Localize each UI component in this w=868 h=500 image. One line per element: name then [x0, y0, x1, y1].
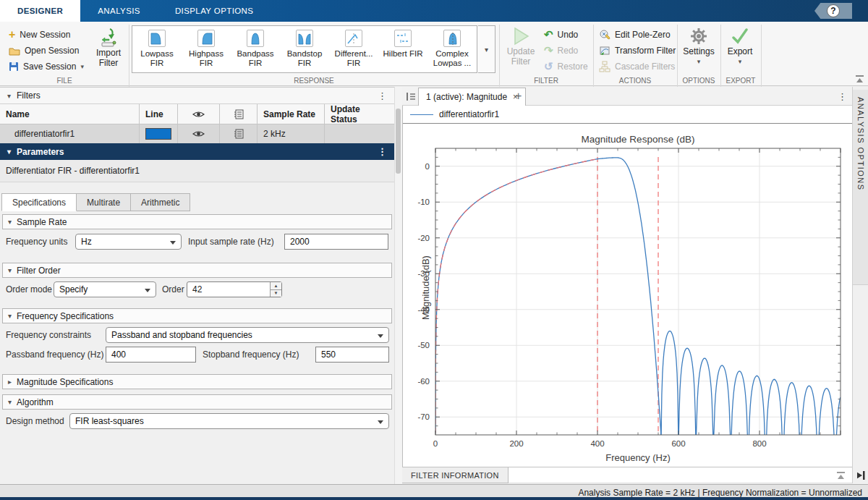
filter-row[interactable]: differentiatorfir1 2 kHz: [0, 124, 394, 144]
kebab-menu-icon[interactable]: ⋮: [378, 90, 387, 101]
left-panel-scrollbar-thumb[interactable]: [396, 109, 401, 174]
ribbon-collapse-icon[interactable]: [855, 75, 864, 84]
stepper-down-icon[interactable]: ▼: [271, 290, 281, 297]
tab-designer[interactable]: DESIGNER: [0, 0, 80, 22]
titlebar: DESIGNER ANALYSIS DISPLAY OPTIONS: [0, 0, 868, 22]
stopband-frequency-field[interactable]: 550: [315, 347, 389, 363]
differentiator-fir-button[interactable]: Different...FIR: [329, 26, 378, 72]
update-filter-button[interactable]: Update Filter: [502, 26, 540, 67]
svg-text:0: 0: [425, 162, 430, 171]
design-method-label: Design method: [6, 413, 64, 429]
gear-icon: [689, 26, 709, 46]
dock-left-icon[interactable]: [856, 470, 866, 480]
collapse-panel-icon[interactable]: [835, 470, 846, 480]
help-icon[interactable]: ?: [827, 4, 840, 17]
restore-icon: ↺: [544, 60, 553, 73]
plot-legend: differentiatorfir1: [403, 106, 852, 124]
floppy-icon: [9, 62, 19, 72]
new-session-button[interactable]: + New Session: [9, 27, 70, 42]
settings-button[interactable]: Settings ▾: [680, 26, 718, 67]
passband-frequency-field[interactable]: 400: [106, 347, 196, 363]
filters-table: Name Line Sample Rate Update Status diff…: [0, 104, 394, 144]
magnitude-plot-tab[interactable]: 1 (active): Magnitude ×: [418, 88, 526, 106]
collapse-triangle-icon[interactable]: ▾: [7, 92, 11, 100]
frequency-constraints-dropdown[interactable]: Passband and stopband frequencies: [106, 327, 389, 343]
filter-order-section-header[interactable]: ▾ Filter Order: [2, 263, 392, 278]
filters-panel-title: Filters: [17, 90, 41, 101]
cascade-filters-button[interactable]: Cascade Filters: [599, 59, 675, 74]
line-color-swatch[interactable]: [140, 124, 178, 143]
highpass-icon: [197, 30, 215, 47]
hilbert-icon: [394, 30, 412, 47]
filter-information-bar: FILTER INFORMATION: [402, 467, 852, 483]
import-filter-button[interactable]: Import Filter: [91, 27, 126, 68]
svg-text:-20: -20: [417, 234, 430, 242]
col-name: Name: [0, 104, 140, 124]
col-sample-rate: Sample Rate: [258, 104, 325, 124]
document-list-icon[interactable]: [406, 92, 416, 101]
undo-button[interactable]: ↶ Undo: [544, 27, 578, 42]
tab-display-options[interactable]: DISPLAY OPTIONS: [158, 0, 271, 22]
expand-triangle-icon: ▸: [8, 378, 12, 386]
hilbert-fir-button[interactable]: Hilbert FIR: [378, 26, 427, 72]
options-section-label: OPTIONS: [677, 77, 720, 85]
tab-multirate[interactable]: Multirate: [77, 193, 131, 211]
tab-analysis[interactable]: ANALYSIS: [80, 0, 158, 22]
filters-panel-header[interactable]: ▾ Filters ⋮: [0, 88, 394, 104]
left-panel: ▾ Filters ⋮ Name Line Sample Rate Update…: [0, 87, 394, 484]
filter-information-tab[interactable]: FILTER INFORMATION: [402, 467, 509, 483]
check-icon: [730, 26, 750, 46]
bandpass-icon: [247, 30, 264, 47]
folder-icon: [9, 46, 20, 56]
svg-text:800: 800: [752, 439, 766, 448]
magnitude-response-chart[interactable]: 02004006008000-10-20-30-40-50-60-70: [402, 124, 852, 467]
highpass-fir-button[interactable]: HighpassFIR: [182, 26, 231, 72]
bandpass-fir-button[interactable]: BandpassFIR: [231, 26, 280, 72]
redo-button[interactable]: ↷ Redo: [544, 43, 578, 58]
gallery-expand-button[interactable]: ▾: [478, 25, 495, 73]
transform-filter-button[interactable]: Transform Filter: [599, 43, 676, 58]
tab-specifications[interactable]: Specifications: [1, 193, 77, 211]
undo-icon: ↶: [544, 28, 553, 41]
order-stepper[interactable]: 42 ▲▼: [187, 281, 282, 297]
stepper-up-icon[interactable]: ▲: [271, 282, 281, 290]
bandstop-icon: [296, 30, 313, 47]
cascade-filters-icon: [599, 61, 610, 72]
bottom-edge: [0, 497, 868, 500]
open-session-button[interactable]: Open Session: [9, 43, 79, 58]
parameters-panel-header[interactable]: ▾ Parameters ⋮: [0, 143, 394, 160]
new-tab-button[interactable]: +: [515, 90, 522, 103]
design-method-dropdown[interactable]: FIR least-squares: [69, 413, 389, 429]
complex-lowpass-button[interactable]: ComplexLowpas ...: [427, 26, 477, 72]
bandstop-fir-button[interactable]: BandstopFIR: [280, 26, 329, 72]
ribbon: + New Session Open Session Save Session …: [0, 22, 868, 86]
parameters-tabs: Specifications Multirate Arithmetic: [1, 193, 190, 211]
row-annotation-icon[interactable]: [220, 124, 258, 143]
help-chip: ?: [814, 3, 852, 19]
plot-kebab-menu-icon[interactable]: ⋮: [838, 91, 847, 102]
tab-arithmetic[interactable]: Arithmetic: [131, 193, 190, 211]
chevron-down-icon[interactable]: ▾: [80, 63, 84, 70]
save-session-button[interactable]: Save Session ▾: [9, 59, 84, 74]
sample-rate-section-header[interactable]: ▾ Sample Rate: [2, 214, 392, 229]
lowpass-fir-button[interactable]: LowpassFIR: [132, 26, 182, 72]
frequency-specifications-section-header[interactable]: ▾ Frequency Specifications: [2, 308, 392, 323]
kebab-menu-icon[interactable]: ⋮: [378, 146, 387, 157]
order-mode-dropdown[interactable]: Specify: [54, 281, 156, 297]
restore-button[interactable]: ↺ Restore: [544, 59, 588, 74]
passband-frequency-label: Passband frequency (Hz): [6, 347, 103, 363]
response-gallery: LowpassFIR HighpassFIR BandpassFIR Bands…: [132, 25, 477, 73]
analysis-options-tab[interactable]: ANALYSIS OPTIONS: [853, 90, 868, 285]
input-sample-rate-field[interactable]: 2000: [284, 234, 388, 250]
frequency-units-dropdown[interactable]: Hz: [75, 234, 182, 250]
actions-section-label: ACTIONS: [593, 77, 677, 85]
collapse-triangle-icon[interactable]: ▾: [7, 148, 11, 156]
export-button[interactable]: Export ▾: [722, 26, 758, 67]
svg-text:-60: -60: [417, 377, 430, 386]
svg-text:-30: -30: [417, 269, 430, 278]
visibility-eye-icon[interactable]: [178, 124, 220, 143]
algorithm-section-header[interactable]: ▾ Algorithm: [2, 394, 392, 410]
magnitude-specifications-section-header[interactable]: ▸ Magnitude Specifications: [2, 374, 392, 389]
edit-pole-zero-button[interactable]: Edit Pole-Zero: [599, 27, 671, 42]
frequency-constraints-label: Frequency constraints: [6, 327, 91, 343]
